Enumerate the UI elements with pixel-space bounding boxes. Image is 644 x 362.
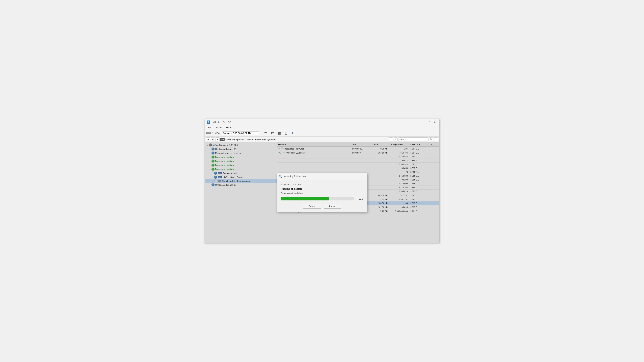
properties-button[interactable] xyxy=(283,131,289,136)
toolbar: 1: NVMe Samsung SSD 980 (1,82 TB) xyxy=(205,130,439,137)
modal-title-bar: 🔍 Scanning for lost data ✕ xyxy=(277,173,367,180)
breadcrumb-path: SIG › Basic data partition › Files found… xyxy=(220,138,388,141)
modal-step2: Reading all sectors xyxy=(281,188,363,190)
window-body: ▾ NVMe Samsung SSD 980 Unallocated space… xyxy=(205,142,439,243)
progress-bar-background xyxy=(281,197,354,200)
progress-container: 65% xyxy=(281,197,363,200)
breadcrumb-item-sig[interactable]: Files found via their signature xyxy=(247,138,276,141)
breadcrumb-item-basic[interactable]: Basic data partition xyxy=(226,138,245,141)
svg-rect-4 xyxy=(264,133,267,133)
back-button[interactable]: ◀ xyxy=(206,137,210,141)
properties-icon xyxy=(284,132,288,135)
up-button[interactable]: ▲ xyxy=(216,137,220,141)
scanning-modal: 🔍 Scanning for lost data ✕ Expanding UDF… xyxy=(277,173,367,212)
forward-button[interactable]: ▶ xyxy=(211,137,215,141)
breadcrumb-tag: SIG xyxy=(220,138,224,141)
refresh-button[interactable]: ↻ xyxy=(394,137,398,141)
progress-percentage: 65% xyxy=(356,198,363,200)
svg-rect-13 xyxy=(280,133,280,135)
svg-rect-16 xyxy=(285,133,286,133)
breadcrumb-bar: ◀ ▶ ▲ SIG › Basic data partition › Files… xyxy=(205,137,439,142)
icons-view-icon xyxy=(278,132,281,135)
details-view-icon xyxy=(271,132,274,135)
modal-body: Expanding UDF tree Reading all sectors P… xyxy=(277,180,367,212)
modal-title-left: 🔍 Scanning for lost data xyxy=(279,175,306,178)
drive-select-container: Samsung SSD 980 (1,82 TB) xyxy=(222,131,259,135)
dropdown-button[interactable]: ▾ xyxy=(389,137,393,141)
progress-bar-fill xyxy=(281,197,329,200)
list-view-icon xyxy=(264,132,267,135)
svg-point-2 xyxy=(210,133,210,134)
svg-rect-1 xyxy=(206,132,210,133)
svg-rect-15 xyxy=(285,133,286,133)
title-bar: IB IsoBuster - Pro - 5.3 — ☐ ✕ xyxy=(205,119,439,125)
window-title: IsoBuster - Pro - 5.3 xyxy=(212,121,231,123)
modal-close-button[interactable]: ✕ xyxy=(361,174,365,178)
breadcrumb-sep1: › xyxy=(225,138,226,140)
menu-help[interactable]: Help xyxy=(224,126,232,129)
help-button[interactable]: ? xyxy=(290,131,295,136)
search-input[interactable] xyxy=(398,137,428,141)
menu-options[interactable]: Options xyxy=(213,126,224,129)
menu-bar: File Options Help xyxy=(205,125,439,130)
svg-rect-8 xyxy=(272,133,274,133)
drive-select[interactable]: Samsung SSD 980 (1,82 TB) xyxy=(222,131,259,135)
modal-search-icon: 🔍 xyxy=(279,175,282,178)
navigate-forward2[interactable]: › xyxy=(434,137,438,141)
menu-file[interactable]: File xyxy=(206,126,213,129)
svg-rect-10 xyxy=(278,132,279,133)
maximize-button[interactable]: ☐ xyxy=(427,120,432,124)
close-button[interactable]: ✕ xyxy=(432,120,437,124)
minimize-button[interactable]: — xyxy=(422,120,426,124)
breadcrumb-sep2: › xyxy=(246,138,246,140)
cancel-button[interactable]: Cancel xyxy=(303,204,321,209)
modal-overlay: 🔍 Scanning for lost data ✕ Expanding UDF… xyxy=(205,142,439,243)
list-view-button[interactable] xyxy=(263,131,268,136)
modal-step3: Processing found data xyxy=(281,192,363,194)
svg-rect-3 xyxy=(264,132,267,133)
details-view-button[interactable] xyxy=(270,131,275,136)
svg-rect-5 xyxy=(264,134,267,134)
modal-buttons: Cancel Pause xyxy=(281,204,363,209)
svg-rect-11 xyxy=(280,132,280,133)
main-window: IB IsoBuster - Pro - 5.3 — ☐ ✕ File Opti… xyxy=(204,119,440,243)
title-bar-controls: — ☐ ✕ xyxy=(422,120,437,124)
svg-rect-6 xyxy=(271,132,272,134)
app-icon: IB xyxy=(207,120,210,124)
search-button[interactable]: 🔍 xyxy=(429,137,433,141)
svg-rect-7 xyxy=(272,132,274,133)
modal-title-text: Scanning for lost data xyxy=(284,175,306,178)
drive-number-label: 1: NVMe xyxy=(212,132,221,134)
svg-rect-9 xyxy=(272,134,274,134)
svg-rect-17 xyxy=(285,134,286,134)
title-bar-left: IB IsoBuster - Pro - 5.3 xyxy=(207,120,231,124)
svg-rect-12 xyxy=(278,133,279,135)
drive-icon xyxy=(206,132,211,135)
modal-step1: Expanding UDF tree xyxy=(281,183,363,186)
icons-view-button[interactable] xyxy=(276,131,282,136)
help-icon: ? xyxy=(292,132,293,135)
pause-button[interactable]: Pause xyxy=(324,204,341,209)
